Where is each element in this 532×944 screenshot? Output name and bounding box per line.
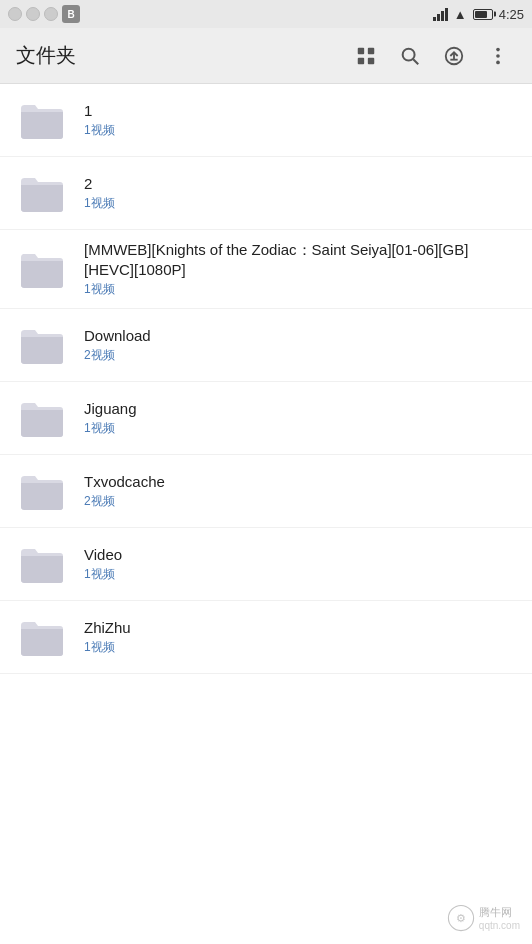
- folder-info: Download2视频: [84, 326, 516, 365]
- search-icon: [399, 45, 421, 67]
- folder-name: ZhiZhu: [84, 618, 516, 638]
- share-button[interactable]: [436, 38, 472, 74]
- folder-item[interactable]: ZhiZhu1视频: [0, 601, 532, 674]
- folder-info: 11视频: [84, 101, 516, 140]
- folder-icon: [16, 319, 68, 371]
- folder-count: 1视频: [84, 195, 516, 212]
- app-bar-title: 文件夹: [16, 42, 76, 69]
- folder-count: 1视频: [84, 420, 516, 437]
- folder-icon: [16, 392, 68, 444]
- app-icon: B: [62, 5, 80, 23]
- folder-icon: [16, 243, 68, 295]
- app-bar-actions: [348, 38, 516, 74]
- folder-info: Video1视频: [84, 545, 516, 584]
- svg-rect-0: [358, 47, 364, 53]
- folder-item[interactable]: Txvodcache2视频: [0, 455, 532, 528]
- folder-count: 2视频: [84, 347, 516, 364]
- folder-info: [MMWEB][Knights of the Zodiac：Saint Seiy…: [84, 240, 516, 298]
- folder-item[interactable]: 11视频: [0, 84, 532, 157]
- svg-point-10: [496, 54, 500, 58]
- battery-icon: [473, 9, 493, 20]
- wifi-icon: ▲: [454, 7, 467, 22]
- folder-name: Video: [84, 545, 516, 565]
- more-icon: [487, 45, 509, 67]
- folder-info: Jiguang1视频: [84, 399, 516, 438]
- folder-name: [MMWEB][Knights of the Zodiac：Saint Seiy…: [84, 240, 516, 279]
- folder-item[interactable]: [MMWEB][Knights of the Zodiac：Saint Seiy…: [0, 230, 532, 309]
- folder-name: 1: [84, 101, 516, 121]
- grid-icon: [355, 45, 377, 67]
- signal-icon: [433, 7, 448, 21]
- status-bar: B ▲ 4:25: [0, 0, 532, 28]
- folder-icon: [16, 94, 68, 146]
- window-btn-2: [26, 7, 40, 21]
- watermark-logo: ⚙: [447, 904, 475, 932]
- folder-count: 2视频: [84, 493, 516, 510]
- folder-name: Download: [84, 326, 516, 346]
- svg-rect-3: [368, 57, 374, 63]
- folder-count: 1视频: [84, 639, 516, 656]
- svg-point-9: [496, 47, 500, 51]
- share-icon: [443, 45, 465, 67]
- folder-list: 11视频 21视频 [MMWEB][Knights of the Zodiac：…: [0, 84, 532, 944]
- svg-point-11: [496, 60, 500, 64]
- folder-item[interactable]: Jiguang1视频: [0, 382, 532, 455]
- folder-info: 21视频: [84, 174, 516, 213]
- window-btn-3: [44, 7, 58, 21]
- folder-icon: [16, 167, 68, 219]
- status-bar-right: ▲ 4:25: [433, 7, 524, 22]
- more-options-button[interactable]: [480, 38, 516, 74]
- app-bar: 文件夹: [0, 28, 532, 84]
- status-bar-left: B: [8, 5, 80, 23]
- svg-line-5: [413, 59, 418, 64]
- folder-item[interactable]: Download2视频: [0, 309, 532, 382]
- folder-icon: [16, 538, 68, 590]
- folder-item[interactable]: Video1视频: [0, 528, 532, 601]
- folder-icon: [16, 465, 68, 517]
- folder-name: Jiguang: [84, 399, 516, 419]
- folder-info: Txvodcache2视频: [84, 472, 516, 511]
- folder-count: 1视频: [84, 122, 516, 139]
- grid-view-button[interactable]: [348, 38, 384, 74]
- watermark-site: 腾牛网: [479, 905, 520, 920]
- folder-name: 2: [84, 174, 516, 194]
- svg-point-4: [403, 48, 415, 60]
- svg-rect-1: [368, 47, 374, 53]
- folder-name: Txvodcache: [84, 472, 516, 492]
- window-btn-1: [8, 7, 22, 21]
- svg-text:⚙: ⚙: [456, 912, 466, 924]
- folder-info: ZhiZhu1视频: [84, 618, 516, 657]
- svg-rect-2: [358, 57, 364, 63]
- status-time: 4:25: [499, 7, 524, 22]
- folder-icon: [16, 611, 68, 663]
- search-button[interactable]: [392, 38, 428, 74]
- watermark-url: qqtn.com: [479, 920, 520, 931]
- folder-count: 1视频: [84, 566, 516, 583]
- watermark: ⚙ 腾牛网 qqtn.com: [447, 904, 520, 932]
- folder-item[interactable]: 21视频: [0, 157, 532, 230]
- folder-count: 1视频: [84, 281, 516, 298]
